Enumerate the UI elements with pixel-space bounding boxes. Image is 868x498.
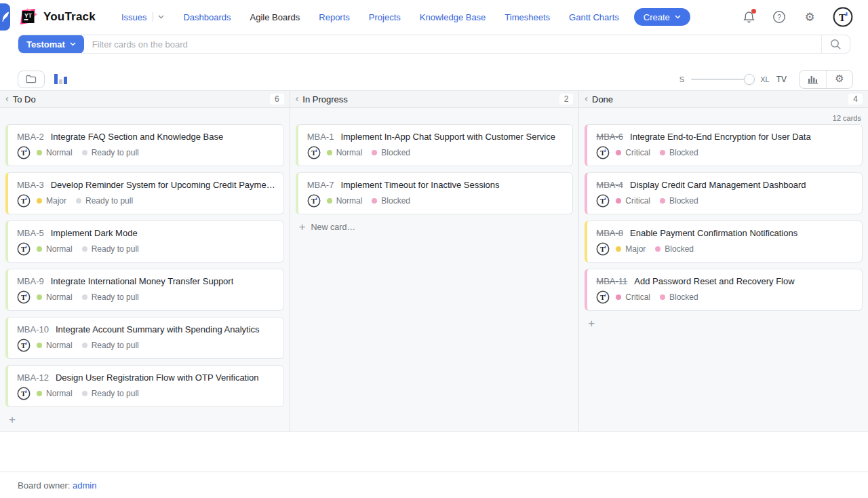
assignee-avatar-icon: T bbox=[17, 146, 31, 159]
card-header-row: MBA-1Implement In-App Chat Support with … bbox=[307, 132, 565, 142]
new-card-button[interactable]: +New card… bbox=[296, 221, 574, 233]
column-count-badge: 4 bbox=[848, 94, 863, 104]
card-id[interactable]: MBA-2 bbox=[17, 132, 44, 142]
card-id[interactable]: MBA-10 bbox=[17, 324, 49, 334]
card-title: Integrate FAQ Section and Knowledge Base bbox=[51, 132, 223, 142]
priority-dot bbox=[616, 246, 621, 252]
project-selector-button[interactable]: Testomat bbox=[18, 35, 84, 54]
plus-icon: + bbox=[299, 221, 306, 233]
folder-icon-button[interactable] bbox=[18, 71, 45, 88]
main-menu: IssuesDashboardsAgile BoardsReportsProje… bbox=[112, 12, 629, 22]
card-id[interactable]: MBA-3 bbox=[17, 180, 44, 190]
state-dot bbox=[660, 150, 665, 155]
card-title: Add Password Reset and Recovery Flow bbox=[634, 276, 794, 286]
issue-card[interactable]: MBA-7Implement Timeout for Inactive Sess… bbox=[296, 172, 574, 214]
board-toolbar: S XL TV ⚙ bbox=[0, 58, 868, 90]
issue-card[interactable]: MBA-11Add Password Reset and Recovery Fl… bbox=[585, 269, 863, 311]
view-segmented-control: ⚙ bbox=[799, 70, 853, 89]
card-id[interactable]: MBA-4 bbox=[596, 180, 623, 190]
issue-card[interactable]: MBA-9Integrate International Money Trans… bbox=[5, 269, 284, 311]
card-id[interactable]: MBA-6 bbox=[596, 132, 623, 142]
issue-card[interactable]: MBA-3Develop Reminder System for Upcomin… bbox=[5, 172, 284, 214]
nav-item-reports[interactable]: Reports bbox=[319, 12, 350, 22]
issue-card[interactable]: MBA-8Enable Payment Confirmation Notific… bbox=[585, 221, 863, 263]
bottom-spacer bbox=[0, 432, 868, 472]
card-header-row: MBA-7Implement Timeout for Inactive Sess… bbox=[307, 180, 565, 190]
chevron-down-icon bbox=[158, 15, 164, 19]
priority-label: Major bbox=[625, 244, 646, 254]
nav-item-knowledge-base[interactable]: Knowledge Base bbox=[420, 12, 486, 22]
card-header-row: MBA-3Develop Reminder System for Upcomin… bbox=[17, 180, 275, 190]
issue-card[interactable]: MBA-5Implement Dark ModeTNormalReady to … bbox=[5, 221, 284, 263]
user-avatar[interactable]: T bbox=[833, 7, 853, 27]
assignee-avatar: T bbox=[596, 290, 610, 304]
tv-mode-button[interactable]: TV bbox=[776, 75, 787, 84]
sidebar-toggle[interactable] bbox=[0, 3, 10, 31]
issue-card[interactable]: MBA-4Display Credit Card Management Dash… bbox=[585, 172, 863, 214]
size-slider[interactable] bbox=[691, 74, 753, 85]
state-label: Ready to pull bbox=[92, 389, 139, 398]
priority-dot bbox=[616, 150, 621, 155]
help-icon[interactable]: ? bbox=[772, 9, 787, 24]
assignee-avatar-icon: T bbox=[17, 242, 31, 256]
issue-card[interactable]: MBA-10Integrate Account Summary with Spe… bbox=[5, 317, 284, 359]
nav-item-projects[interactable]: Projects bbox=[369, 12, 401, 22]
issue-card[interactable]: MBA-6Integrate End-to-End Encryption for… bbox=[585, 124, 863, 166]
nav-item-gantt-charts[interactable]: Gantt Charts bbox=[569, 12, 619, 22]
collapse-chevron-icon[interactable]: ‹ bbox=[5, 93, 9, 104]
board-owner-label: Board owner: bbox=[18, 480, 70, 491]
card-header-row: MBA-10Integrate Account Summary with Spe… bbox=[17, 324, 275, 334]
new-card-button[interactable]: + bbox=[585, 317, 863, 329]
svg-text:T: T bbox=[839, 12, 846, 23]
card-title: Integrate End-to-End Encryption for User… bbox=[630, 132, 811, 142]
card-id[interactable]: MBA-7 bbox=[307, 180, 334, 190]
chevron-down-icon[interactable] bbox=[158, 15, 164, 19]
column-header-done: ‹Done4 bbox=[578, 91, 868, 107]
card-fields-row: TNormalBlocked bbox=[307, 194, 565, 208]
assignee-avatar-icon: T bbox=[307, 194, 321, 208]
collapse-chevron-icon[interactable]: ‹ bbox=[296, 93, 299, 104]
nav-item-issues[interactable]: Issues bbox=[121, 12, 147, 22]
slider-handle[interactable] bbox=[744, 74, 755, 85]
card-id[interactable]: MBA-1 bbox=[307, 132, 334, 142]
card-id[interactable]: MBA-12 bbox=[17, 372, 49, 383]
issue-card[interactable]: MBA-12Design User Registration Flow with… bbox=[5, 365, 284, 407]
gear-icon: ⚙ bbox=[835, 74, 844, 84]
new-card-button[interactable]: + bbox=[5, 413, 284, 425]
state-label: Blocked bbox=[669, 196, 698, 206]
notifications-bell-icon[interactable] bbox=[741, 9, 756, 24]
card-title: Develop Reminder System for Upcoming Cre… bbox=[51, 180, 275, 190]
card-id[interactable]: MBA-8 bbox=[596, 228, 623, 238]
priority-label: Critical bbox=[625, 196, 650, 206]
nav-item-timesheets[interactable]: Timesheets bbox=[505, 12, 550, 22]
nav-item-dashboards[interactable]: Dashboards bbox=[183, 12, 231, 22]
search-icon[interactable] bbox=[821, 35, 850, 54]
card-fields-row: TNormalReady to pull bbox=[17, 146, 275, 159]
card-header-row: MBA-2Integrate FAQ Section and Knowledge… bbox=[17, 132, 275, 142]
youtrack-logo[interactable]: YT YouTrack bbox=[19, 8, 96, 26]
card-id[interactable]: MBA-5 bbox=[17, 228, 44, 238]
plus-icon: + bbox=[588, 318, 595, 329]
card-fields-row: TMajorReady to pull bbox=[17, 194, 275, 208]
chevron-down-icon bbox=[70, 42, 76, 46]
histogram-icon bbox=[54, 73, 67, 85]
state-dot bbox=[655, 246, 660, 252]
priority-dot bbox=[37, 294, 42, 300]
card-fields-row: TNormalReady to pull bbox=[17, 387, 275, 400]
card-id[interactable]: MBA-9 bbox=[17, 276, 44, 286]
board-chart-button[interactable] bbox=[800, 71, 826, 88]
nav-item-agile-boards[interactable]: Agile Boards bbox=[250, 12, 300, 22]
board-settings-button[interactable]: ⚙ bbox=[826, 71, 852, 88]
svg-text:T: T bbox=[311, 149, 316, 157]
chevron-down-icon bbox=[675, 15, 681, 19]
issue-card[interactable]: MBA-1Implement In-App Chat Support with … bbox=[296, 124, 574, 166]
board-owner-link[interactable]: admin bbox=[73, 480, 96, 491]
issue-card[interactable]: MBA-2Integrate FAQ Section and Knowledge… bbox=[5, 124, 284, 166]
create-button[interactable]: Create bbox=[634, 8, 690, 26]
filter-input[interactable] bbox=[84, 39, 821, 50]
card-id[interactable]: MBA-11 bbox=[596, 276, 627, 286]
settings-gear-icon[interactable]: ⚙ bbox=[802, 9, 817, 24]
collapse-chevron-icon[interactable]: ‹ bbox=[585, 93, 588, 104]
chart-view-toggle[interactable] bbox=[54, 73, 67, 85]
state-label: Blocked bbox=[665, 244, 694, 254]
